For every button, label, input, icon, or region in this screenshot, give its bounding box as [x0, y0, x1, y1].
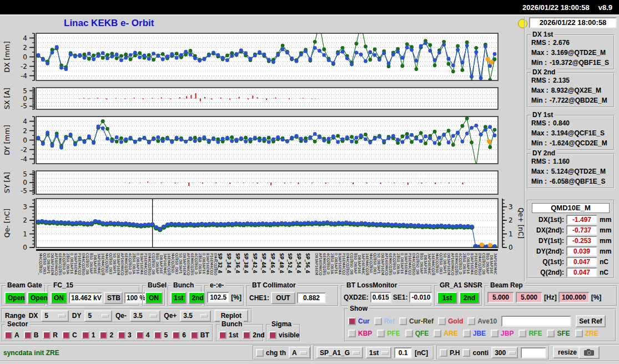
svg-text:DB3AP16EM: DB3AP16EM	[446, 253, 451, 275]
beam-rep-value-3[interactable]: 100.000	[558, 292, 590, 303]
qmd-row-unit: mm	[600, 247, 611, 255]
show-jbp-checkbox[interactable]: JBP	[491, 330, 514, 337]
svg-text:28S0_DB3A: 28S0_DB3A	[198, 253, 202, 274]
che1-out-button[interactable]: OUT	[271, 292, 295, 304]
show-rfe-checkbox[interactable]: RFE	[519, 330, 542, 337]
count-dropdown[interactable]: 300	[491, 347, 518, 358]
dropdown-indicator-icon	[509, 351, 516, 355]
fc15-frame: FC_15 ON 18.462 kV STB 100 %	[48, 285, 140, 306]
ee-ratio-value[interactable]: 102.5	[207, 292, 229, 303]
resize-button[interactable]: resize	[553, 346, 582, 358]
checkbox-box	[269, 331, 276, 339]
range-dx-dropdown[interactable]: 5	[41, 310, 68, 322]
show-cur-checkbox[interactable]: Cur	[348, 317, 370, 325]
beam-gate-open-button-1[interactable]: Open	[4, 292, 26, 304]
show-sfe-checkbox[interactable]: SFE	[547, 330, 570, 337]
stat-value: 0.840	[553, 118, 570, 128]
show-gold-checkbox[interactable]: Gold	[438, 317, 463, 325]
show-jbe-checkbox[interactable]: JBE	[463, 330, 486, 337]
svg-text:0: 0	[23, 179, 27, 186]
svg-text:-4: -4	[21, 155, 27, 163]
fc15-stb-button[interactable]: STB	[104, 292, 123, 304]
checkbox-box	[462, 349, 470, 357]
qxd2e-value[interactable]: 0.615	[370, 292, 391, 303]
show-ref-checkbox[interactable]: Ref	[374, 317, 395, 325]
show-pfe-checkbox[interactable]: PFE	[377, 330, 400, 337]
svg-text:3AP16EM4C: 3AP16EM4C	[163, 253, 167, 275]
range-dy-dropdown[interactable]: 5	[84, 310, 112, 322]
show-qfe-checkbox[interactable]: QFE	[405, 330, 429, 337]
qmd-row-unit: nC	[600, 258, 608, 266]
svg-text:CQ28S0_DB: CQ28S0_DB	[481, 253, 486, 275]
beam-rep-value-1[interactable]: 5.000	[487, 292, 514, 303]
bpm-select-dropdown[interactable]: SP_A1_G	[316, 347, 363, 358]
show-ave10-checkbox[interactable]: Ave10	[467, 317, 497, 325]
svg-text:8S0_DB3AP: 8S0_DB3AP	[155, 253, 159, 274]
sector-checkbox-c[interactable]: C	[62, 331, 77, 339]
svg-text:B3AP16EM4: B3AP16EM4	[470, 253, 474, 275]
sigma-frame: Sigma visible	[266, 324, 300, 342]
svg-text:AP16EM4CQ: AP16EM4CQ	[54, 253, 58, 275]
set-ref-button[interactable]: Set Ref	[576, 315, 605, 327]
svg-text:CQ28S0_DB: CQ28S0_DB	[151, 253, 155, 275]
sector-checkbox-6[interactable]: 6	[172, 331, 186, 339]
checkbox-box	[575, 330, 583, 337]
sector-checkbox-b[interactable]: B	[24, 331, 39, 339]
conti-checkbox[interactable]: conti	[462, 349, 489, 357]
free-input[interactable]	[521, 347, 546, 358]
sigma-visible-checkbox[interactable]: visible	[269, 331, 299, 339]
svg-text:P16EM4CQ2: P16EM4CQ2	[474, 253, 478, 275]
set-ref-input[interactable]	[501, 316, 571, 327]
svg-text:EM4CQ28S0: EM4CQ28S0	[147, 253, 152, 275]
bunch-1st-button[interactable]: 1st	[170, 292, 187, 304]
beam-rep-value-2[interactable]: 5.000	[516, 292, 542, 303]
busel-on-button[interactable]: ON	[145, 292, 163, 304]
fc15-on-button[interactable]: ON	[51, 292, 67, 304]
range-qem-dropdown[interactable]: 3.5	[130, 310, 160, 322]
qmd-row-label: Q(1st):	[530, 258, 564, 266]
beam-rep-frame: Beam Rep 5.000 5.000 [Hz] 100.000 [%]	[485, 285, 617, 306]
sector-select-dropdown[interactable]: A	[289, 347, 310, 358]
bunch-2nd-checkbox[interactable]: 2nd	[243, 331, 264, 339]
sector-checkbox-a[interactable]: A	[4, 331, 19, 339]
svg-text:EM4CQ28S0: EM4CQ28S0	[411, 253, 416, 275]
bunch-select-dropdown[interactable]: 1st	[366, 347, 391, 358]
fc15-kv-readout[interactable]: 18.462 kV	[69, 292, 102, 304]
svg-text:SP_36_4: SP_36_4	[235, 253, 240, 274]
svg-text:S0_DB3AP1: S0_DB3AP1	[46, 253, 51, 274]
range-qep-dropdown[interactable]: 3.5	[180, 310, 210, 322]
sector-checkbox-bt[interactable]: BT	[190, 331, 209, 339]
show-kbp-checkbox[interactable]: KBP	[348, 330, 372, 337]
che1-value[interactable]: 0.882	[297, 292, 326, 304]
svg-text:P16EM4CQ2: P16EM4CQ2	[407, 253, 412, 275]
threshold-input[interactable]: 0.1	[394, 347, 412, 358]
stat-label: RMS :	[531, 38, 550, 48]
show-curref-checkbox[interactable]: Cur-Ref	[399, 317, 434, 325]
sector-checkbox-5[interactable]: 5	[154, 331, 168, 339]
chg-th-checkbox[interactable]: chg th	[256, 349, 286, 357]
svg-text:SY [A]: SY [A]	[3, 172, 11, 193]
svg-text:0_DB3AP16: 0_DB3AP16	[202, 253, 206, 274]
range-dx-label: DX	[29, 312, 38, 320]
gr-snsr-2nd-button[interactable]: 2nd	[459, 292, 480, 304]
snapshot-button[interactable]	[578, 346, 600, 359]
gr-snsr-1st-button[interactable]: 1st	[437, 292, 457, 304]
bunch-2nd-button[interactable]: 2nd	[188, 292, 206, 304]
stats-group-title: DY 1st	[531, 111, 555, 119]
bunch-select-frame: Bunch 1st 2nd	[216, 324, 264, 342]
svg-text:Qe+ [nC]: Qe+ [nC]	[517, 208, 525, 239]
svg-text:4: 4	[23, 118, 27, 125]
se1-value[interactable]: -0.010	[409, 292, 432, 303]
sector-checkbox-4[interactable]: 4	[136, 331, 150, 339]
show-zre-checkbox[interactable]: ZRE	[575, 330, 598, 337]
sector-checkbox-3[interactable]: 3	[118, 331, 132, 339]
sector-checkbox-r[interactable]: R	[43, 331, 58, 339]
show-are-checkbox[interactable]: ARE	[434, 330, 457, 337]
sector-checkbox-2[interactable]: 2	[99, 331, 113, 339]
qxd2e-label: QXD2E:	[344, 294, 369, 301]
svg-text:0_DB3AP16: 0_DB3AP16	[69, 253, 74, 274]
sector-checkbox-1[interactable]: 1	[82, 331, 95, 339]
bunch-1st-checkbox[interactable]: 1st	[219, 331, 238, 339]
beam-gate-open-button-2[interactable]: Open	[27, 292, 48, 304]
ph-checkbox[interactable]: P.H	[440, 349, 460, 357]
